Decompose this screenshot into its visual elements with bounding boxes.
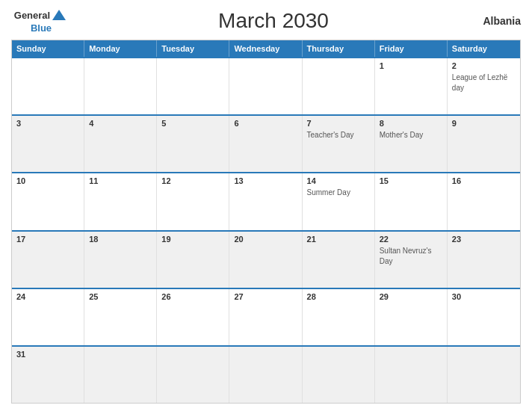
- weekday-header: Thursday: [303, 40, 375, 57]
- logo-general-text: General: [14, 10, 50, 21]
- day-number: 28: [307, 292, 370, 301]
- day-number: 26: [161, 292, 224, 301]
- logo-blue-text: Blue: [31, 22, 52, 34]
- calendar-cell: [229, 58, 302, 114]
- weekday-header: Friday: [375, 40, 448, 57]
- calendar-cell: [84, 347, 157, 403]
- calendar-cell: 19: [157, 232, 229, 288]
- day-number: 4: [89, 119, 152, 128]
- calendar: SundayMondayTuesdayWednesdayThursdayFrid…: [11, 40, 521, 404]
- calendar-cell: 26: [157, 289, 229, 345]
- day-number: 23: [452, 235, 516, 244]
- day-number: 12: [161, 176, 224, 185]
- page-title: March 2030: [71, 9, 476, 33]
- calendar-cell: 13: [229, 173, 302, 229]
- calendar-cell: 28: [303, 289, 375, 345]
- calendar-cell: 24: [12, 289, 84, 345]
- holiday-label: League of Lezhë day: [452, 73, 508, 92]
- calendar-week: 12League of Lezhë day: [12, 57, 520, 114]
- calendar-week: 171819202122Sultan Nevruz's Day23: [12, 230, 520, 288]
- calendar-cell: 12: [157, 173, 229, 229]
- day-number: 19: [161, 235, 224, 244]
- calendar-cell: [303, 347, 375, 403]
- holiday-label: Sultan Nevruz's Day: [380, 247, 432, 265]
- day-number: 22: [380, 235, 442, 244]
- calendar-cell: 27: [229, 289, 302, 345]
- calendar-cell: 8Mother's Day: [375, 116, 448, 172]
- day-number: 6: [234, 119, 297, 128]
- calendar-cell: [229, 347, 302, 403]
- calendar-cell: [84, 58, 157, 114]
- calendar-cell: 20: [229, 232, 302, 288]
- calendar-cell: 10: [12, 173, 84, 229]
- calendar-cell: [12, 58, 84, 114]
- calendar-cell: [157, 58, 229, 114]
- day-number: 15: [380, 176, 442, 185]
- calendar-cell: 31: [12, 347, 84, 403]
- calendar-cell: 30: [448, 289, 520, 345]
- calendar-cell: [375, 347, 448, 403]
- day-number: 24: [16, 292, 79, 301]
- day-number: 17: [16, 235, 79, 244]
- holiday-label: Teacher's Day: [307, 131, 354, 139]
- day-number: 5: [161, 119, 224, 128]
- holiday-label: Summer Day: [307, 188, 350, 197]
- weekday-header: Sunday: [12, 40, 84, 57]
- calendar-cell: 15: [375, 173, 448, 229]
- calendar-cell: 3: [12, 116, 84, 172]
- logo: General Blue: [11, 7, 71, 34]
- weekday-header: Saturday: [448, 40, 520, 57]
- svg-marker-0: [52, 10, 66, 20]
- calendar-week: 1011121314Summer Day1516: [12, 172, 520, 229]
- day-number: 3: [16, 119, 79, 128]
- day-number: 10: [16, 176, 79, 185]
- logo-triangle: [52, 7, 66, 22]
- day-number: 27: [234, 292, 297, 301]
- day-number: 20: [234, 235, 297, 244]
- calendar-cell: 11: [84, 173, 157, 229]
- calendar-cell: [448, 347, 520, 403]
- calendar-header: SundayMondayTuesdayWednesdayThursdayFrid…: [12, 40, 520, 57]
- day-number: 1: [380, 61, 442, 70]
- calendar-cell: 1: [375, 58, 448, 114]
- calendar-cell: 2League of Lezhë day: [448, 58, 520, 114]
- calendar-cell: [303, 58, 375, 114]
- calendar-cell: 18: [84, 232, 157, 288]
- calendar-cell: [157, 347, 229, 403]
- header: General Blue March 2030 Albania: [11, 7, 521, 34]
- calendar-cell: 21: [303, 232, 375, 288]
- weekday-header: Monday: [84, 40, 157, 57]
- weekday-header: Tuesday: [157, 40, 229, 57]
- day-number: 25: [89, 292, 152, 301]
- weekday-header: Wednesday: [229, 40, 302, 57]
- day-number: 21: [307, 235, 370, 244]
- day-number: 2: [452, 61, 516, 70]
- day-number: 9: [452, 119, 516, 128]
- calendar-cell: 14Summer Day: [303, 173, 375, 229]
- day-number: 14: [307, 176, 370, 185]
- calendar-cell: 5: [157, 116, 229, 172]
- calendar-body: 12League of Lezhë day34567Teacher's Day8…: [12, 57, 520, 403]
- calendar-week: 31: [12, 345, 520, 403]
- calendar-cell: 23: [448, 232, 520, 288]
- calendar-cell: 22Sultan Nevruz's Day: [375, 232, 448, 288]
- country-label: Albania: [476, 15, 521, 27]
- holiday-label: Mother's Day: [380, 131, 424, 139]
- day-number: 31: [16, 350, 79, 359]
- day-number: 11: [89, 176, 152, 185]
- calendar-cell: 7Teacher's Day: [303, 116, 375, 172]
- calendar-cell: 4: [84, 116, 157, 172]
- page: General Blue March 2030 Albania SundayMo…: [0, 0, 532, 411]
- calendar-cell: 16: [448, 173, 520, 229]
- calendar-cell: 25: [84, 289, 157, 345]
- calendar-cell: 17: [12, 232, 84, 288]
- day-number: 18: [89, 235, 152, 244]
- day-number: 16: [452, 176, 516, 185]
- calendar-cell: 29: [375, 289, 448, 345]
- calendar-week: 24252627282930: [12, 288, 520, 345]
- day-number: 13: [234, 176, 297, 185]
- day-number: 30: [452, 292, 516, 301]
- day-number: 8: [380, 119, 442, 128]
- calendar-cell: 6: [229, 116, 302, 172]
- day-number: 29: [380, 292, 442, 301]
